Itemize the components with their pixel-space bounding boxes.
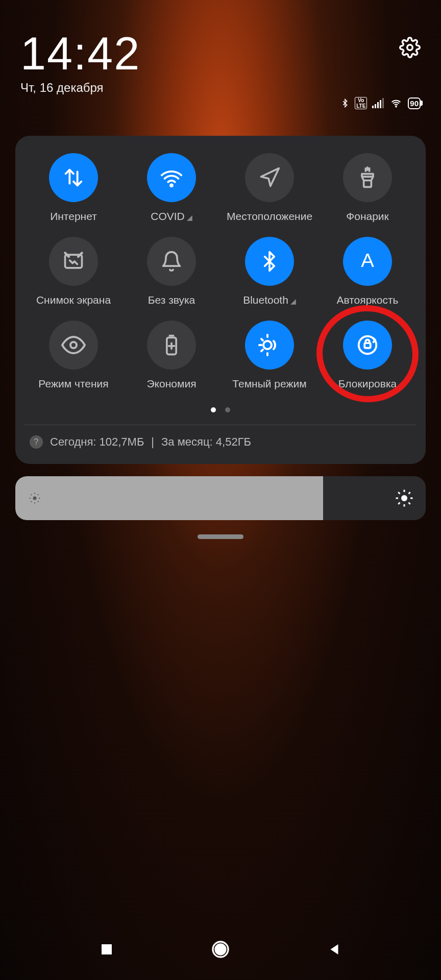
qs-tile-label: Фонарик bbox=[346, 210, 389, 223]
qs-tile-label: Блокировка bbox=[338, 378, 397, 390]
svg-rect-1 bbox=[372, 106, 374, 108]
clock-time: 14:42 bbox=[20, 31, 140, 77]
qs-tile-letter-a[interactable]: AАвтояркость bbox=[318, 237, 416, 306]
quick-settings-panel: ИнтернетCOVID◢МестоположениеФонарикСнимо… bbox=[15, 136, 426, 464]
qs-tile-label: Экономия bbox=[146, 378, 196, 390]
expand-triangle-icon: ◢ bbox=[290, 297, 296, 305]
eye-icon bbox=[49, 321, 98, 370]
bluetooth-status-icon bbox=[340, 97, 350, 109]
svg-rect-41 bbox=[102, 944, 112, 954]
expand-triangle-icon: ◢ bbox=[187, 213, 192, 222]
svg-rect-4 bbox=[380, 100, 381, 108]
bell-icon bbox=[147, 237, 196, 286]
svg-point-0 bbox=[407, 45, 413, 51]
svg-point-6 bbox=[396, 106, 397, 107]
svg-rect-3 bbox=[377, 102, 379, 108]
qs-tile-flashlight[interactable]: Фонарик bbox=[318, 153, 416, 223]
rotation-lock-icon bbox=[343, 321, 392, 370]
triangle-back-icon bbox=[327, 942, 342, 957]
svg-line-31 bbox=[38, 495, 39, 496]
svg-line-39 bbox=[398, 503, 400, 504]
svg-point-32 bbox=[401, 495, 407, 501]
brightness-high-icon bbox=[395, 489, 413, 507]
brightness-slider[interactable] bbox=[15, 476, 426, 520]
qs-tile-label: Темный режим bbox=[232, 378, 306, 390]
svg-line-38 bbox=[409, 503, 410, 504]
qs-tile-location[interactable]: Местоположение bbox=[220, 153, 318, 223]
page-indicator[interactable] bbox=[24, 407, 416, 412]
data-usage-separator: | bbox=[151, 435, 154, 449]
bluetooth-icon bbox=[245, 237, 294, 286]
qs-tile-label: COVID◢ bbox=[151, 210, 192, 223]
brightness-low-icon bbox=[28, 491, 42, 505]
page-dot bbox=[211, 407, 216, 412]
status-bar: Vo LTE 90 bbox=[340, 97, 421, 109]
navigation-bar bbox=[0, 919, 441, 980]
page-dot bbox=[225, 407, 230, 412]
home-button[interactable] bbox=[210, 939, 231, 960]
svg-point-15 bbox=[263, 341, 272, 349]
question-icon: ? bbox=[30, 435, 43, 449]
svg-line-19 bbox=[261, 339, 263, 340]
svg-rect-2 bbox=[375, 104, 376, 108]
svg-rect-5 bbox=[382, 98, 384, 108]
qs-tile-dark-mode[interactable]: Темный режим bbox=[220, 321, 318, 390]
back-button[interactable] bbox=[327, 942, 342, 957]
circle-icon bbox=[210, 939, 231, 960]
wifi-status-icon bbox=[389, 98, 403, 108]
battery-indicator: 90 bbox=[408, 97, 421, 109]
data-arrows-icon bbox=[49, 153, 98, 202]
gear-icon bbox=[399, 37, 421, 58]
qs-tile-data-arrows[interactable]: Интернет bbox=[24, 153, 122, 223]
square-icon bbox=[99, 942, 114, 957]
wifi-icon bbox=[147, 153, 196, 202]
dark-mode-icon bbox=[245, 321, 294, 370]
qs-tile-screenshot[interactable]: Снимок экрана bbox=[24, 237, 122, 306]
svg-point-43 bbox=[215, 944, 226, 954]
qs-tile-label: Интернет bbox=[50, 210, 97, 223]
svg-line-20 bbox=[261, 350, 263, 351]
data-usage-today: Сегодня: 102,7МБ bbox=[50, 435, 144, 449]
date-label: Чт, 16 декабря bbox=[20, 81, 140, 95]
volte-badge: Vo LTE bbox=[355, 97, 367, 109]
qs-tile-bluetooth[interactable]: Bluetooth◢ bbox=[220, 237, 318, 306]
svg-line-30 bbox=[31, 501, 32, 502]
qs-tile-label: Bluetooth◢ bbox=[243, 294, 296, 306]
svg-point-10 bbox=[70, 342, 77, 348]
recents-button[interactable] bbox=[99, 942, 114, 957]
qs-tile-label: Снимок экрана bbox=[36, 294, 111, 306]
settings-button[interactable] bbox=[399, 37, 421, 58]
qs-tile-rotation-lock[interactable]: Блокировка bbox=[318, 321, 416, 390]
svg-point-23 bbox=[33, 497, 37, 500]
qs-tile-bell[interactable]: Без звука bbox=[122, 237, 220, 306]
flashlight-icon bbox=[343, 153, 392, 202]
signal-icon bbox=[372, 98, 384, 108]
battery-plus-icon bbox=[147, 321, 196, 370]
qs-tile-label: Режим чтения bbox=[38, 378, 108, 390]
qs-tile-label: Без звука bbox=[148, 294, 195, 306]
brightness-fill bbox=[15, 476, 323, 520]
qs-tile-eye[interactable]: Режим чтения bbox=[24, 321, 122, 390]
data-usage-row[interactable]: ? Сегодня: 102,7МБ | За месяц: 4,52ГБ bbox=[24, 425, 416, 453]
screenshot-icon bbox=[49, 237, 98, 286]
qs-tile-label: Автояркость bbox=[337, 294, 399, 306]
location-icon bbox=[245, 153, 294, 202]
svg-line-28 bbox=[31, 495, 32, 496]
qs-tile-wifi[interactable]: COVID◢ bbox=[122, 153, 220, 223]
svg-line-40 bbox=[409, 492, 410, 494]
data-usage-month: За месяц: 4,52ГБ bbox=[161, 435, 251, 449]
qs-tile-label: Местоположение bbox=[227, 210, 312, 223]
svg-line-37 bbox=[398, 492, 400, 494]
svg-line-29 bbox=[38, 501, 39, 502]
qs-tile-battery-plus[interactable]: Экономия bbox=[122, 321, 220, 390]
letter-a-icon: A bbox=[343, 237, 392, 286]
drag-handle[interactable] bbox=[198, 534, 243, 539]
svg-text:A: A bbox=[361, 250, 374, 272]
svg-point-7 bbox=[170, 184, 173, 186]
